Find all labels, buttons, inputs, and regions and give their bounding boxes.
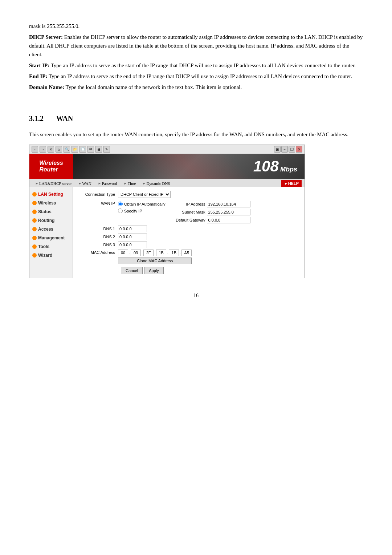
mail-icon[interactable]: ✉	[87, 146, 94, 153]
speed-number: 108	[253, 158, 279, 175]
tab-lan-dhcp[interactable]: ► LAN&DHCP server	[32, 180, 75, 187]
edit-icon[interactable]: ✎	[103, 146, 110, 153]
ip-address-label: IP Address	[173, 202, 205, 206]
para-mask: mask is 255.255.255.0.	[29, 22, 363, 31]
logo-line2: Router	[39, 166, 63, 173]
sidebar-label-wizard: Wizard	[38, 253, 52, 258]
mac-sep-4: .	[180, 251, 181, 255]
sidebar-item-lan[interactable]: LAN Setting	[29, 190, 73, 199]
start-ip-bold: Start IP:	[29, 62, 49, 68]
mac-sep-1: .	[142, 251, 143, 255]
sidebar-item-wizard[interactable]: Wizard	[29, 251, 73, 260]
mac-sep-2: .	[154, 251, 155, 255]
connection-type-select[interactable]: DHCP Client or Fixed IP	[118, 191, 171, 198]
tab-dynamic-dns[interactable]: ► Dynamic DNS	[139, 180, 173, 187]
default-gateway-input[interactable]	[207, 217, 250, 223]
mac-field-5[interactable]	[181, 250, 192, 256]
speed-unit: Mbps	[280, 166, 297, 173]
sidebar-label-access: Access	[38, 227, 53, 232]
history-icon[interactable]: 🕐	[79, 146, 86, 153]
mac-field-2[interactable]	[143, 250, 154, 256]
folder-icon[interactable]: 📁	[72, 146, 78, 153]
radio-obtain[interactable]	[118, 202, 123, 206]
mac-inputs: . . . . . Clone MAC Address	[118, 250, 192, 264]
mac-sep-3: .	[167, 251, 168, 255]
dns2-label: DNS 2	[78, 235, 118, 239]
tab-arrow-wan: ►	[78, 182, 82, 185]
main-area: LAN Setting Wireless Status Routing Acce…	[29, 187, 305, 278]
cancel-button[interactable]: Cancel	[121, 267, 143, 274]
ip-address-input[interactable]	[207, 201, 250, 207]
end-ip-rest: Type an IP address to serve as the end o…	[47, 73, 352, 79]
window-icon[interactable]: ⊞	[274, 146, 281, 153]
dns3-label: DNS 3	[78, 243, 118, 247]
home-button[interactable]: ⌂	[56, 146, 62, 153]
sidebar-item-status[interactable]: Status	[29, 207, 73, 216]
back-button[interactable]: ←	[32, 146, 38, 153]
sidebar-item-wireless[interactable]: Wireless	[29, 199, 73, 207]
start-ip-rest: Type an IP address to serve as the start…	[49, 62, 356, 68]
stop-button[interactable]: ✕	[48, 146, 54, 153]
router-logo: Wireless Router	[29, 154, 73, 179]
search-icon[interactable]: 🔍	[64, 146, 70, 153]
radio-specify[interactable]	[118, 208, 123, 213]
dns3-input[interactable]	[118, 242, 147, 248]
router-ui: Wireless Router 108 Mbps ► LAN&DHCP serv…	[29, 154, 305, 278]
dns3-row: DNS 3	[78, 242, 299, 248]
mac-address-row: MAC Address . . . . .	[78, 250, 299, 264]
dns1-input[interactable]	[118, 226, 147, 232]
tab-time[interactable]: ► Time	[121, 180, 139, 187]
sidebar-item-access[interactable]: Access	[29, 225, 73, 234]
minimize-button[interactable]: −	[281, 146, 288, 153]
subnet-mask-row: Subnet Mask	[173, 209, 299, 215]
forward-button[interactable]: →	[40, 146, 46, 153]
restore-button[interactable]: ❐	[289, 146, 295, 153]
apply-button[interactable]: Apply	[144, 267, 164, 274]
mac-field-4[interactable]	[169, 250, 179, 256]
default-gateway-row: Default Gateway	[173, 217, 299, 223]
sidebar-label-status: Status	[38, 209, 52, 214]
sidebar-item-tools[interactable]: Tools	[29, 242, 73, 251]
para-end-ip: End IP: Type an IP address to serve as t…	[29, 72, 363, 81]
intro-text: This screen enables you to set up the ro…	[29, 130, 363, 139]
wan-ip-label: WAN IP	[101, 200, 115, 206]
sidebar-item-routing[interactable]: Routing	[29, 216, 73, 225]
domain-rest: Type the local domain name of the networ…	[64, 84, 242, 90]
router-speed: 108 Mbps	[253, 158, 297, 175]
action-buttons: Cancel Apply	[78, 267, 299, 274]
help-button[interactable]: ►HELP	[281, 180, 302, 187]
sidebar-dot-wireless	[32, 201, 37, 205]
para-dhcp: DHCP Server: Enables the DHCP server to …	[29, 33, 363, 59]
subnet-mask-input[interactable]	[207, 209, 250, 215]
para-domain: Domain Name: Type the local domain name …	[29, 83, 363, 92]
wan-ip-label-cell: WAN IP	[78, 201, 118, 223]
sidebar-dot-status	[32, 210, 37, 214]
router-header: Wireless Router 108 Mbps	[29, 154, 305, 179]
tab-wan[interactable]: ► WAN	[75, 180, 94, 187]
sidebar-dot-wizard	[32, 253, 37, 258]
clone-mac-button[interactable]: Clone MAC Address	[118, 258, 192, 264]
radio-obtain-label: Obtain IP Automatically	[124, 202, 166, 206]
wan-ip-section: WAN IP Obtain IP Automatically Specify I…	[78, 201, 299, 223]
dns1-label: DNS 1	[78, 227, 118, 231]
dhcp-rest: Enables the DHCP server to allow the rou…	[29, 34, 363, 57]
sidebar-dot-lan	[32, 192, 37, 197]
mac-field-0[interactable]	[118, 250, 128, 256]
mac-field-1[interactable]	[131, 250, 141, 256]
radio-specify-label: Specify IP	[124, 209, 142, 213]
tab-password[interactable]: ► Password	[95, 180, 120, 187]
sidebar-dot-management	[32, 236, 37, 240]
dns2-input[interactable]	[118, 234, 147, 240]
mac-field-3[interactable]	[156, 250, 166, 256]
close-button[interactable]: ✕	[296, 146, 302, 153]
print-icon[interactable]: 🖨	[95, 146, 102, 153]
browser-window: ← → ✕ ⌂ 🔍 📁 🕐 ✉ 🖨 ✎ ⊞ − ❐ ✕ Wireless Rou…	[29, 145, 305, 278]
section-heading: 3.1.2 WAN	[29, 114, 363, 123]
end-ip-bold: End IP:	[29, 73, 47, 79]
tab-arrow-dns: ►	[142, 182, 146, 185]
tab-label-wan: WAN	[82, 181, 91, 186]
router-logo-text: Wireless Router	[39, 160, 63, 173]
tab-label-password: Password	[102, 181, 117, 186]
nav-tabs: ► LAN&DHCP server ► WAN ► Password ► Tim…	[29, 179, 305, 187]
sidebar-item-management[interactable]: Management	[29, 234, 73, 242]
